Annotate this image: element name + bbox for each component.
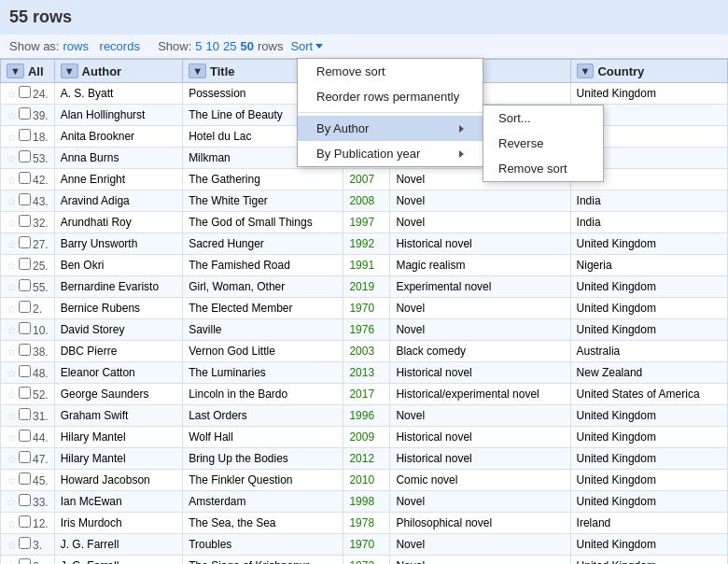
row-checkbox[interactable] — [19, 408, 31, 420]
row-checkbox[interactable] — [19, 193, 31, 205]
star-icon[interactable]: ☆ — [7, 453, 17, 466]
star-icon[interactable]: ☆ — [7, 260, 17, 273]
star-icon[interactable]: ☆ — [7, 217, 17, 230]
all-filter-btn[interactable]: ▼ — [7, 63, 24, 78]
row-checkbox[interactable] — [19, 86, 31, 98]
table-row: ☆52.George SaundersLincoln in the Bardo2… — [1, 384, 728, 405]
star-icon[interactable]: ☆ — [7, 238, 17, 251]
star-icon[interactable]: ☆ — [7, 281, 17, 294]
row-checkbox[interactable] — [19, 451, 31, 463]
table-row: ☆38.DBC PierreVernon God Little2003Black… — [1, 341, 728, 362]
cell-title: The Sea, the Sea — [183, 513, 343, 534]
row-checkbox[interactable] — [19, 215, 31, 227]
star-icon[interactable]: ☆ — [7, 496, 17, 509]
row-checkbox[interactable] — [19, 172, 31, 184]
cell-year: 1976 — [343, 319, 390, 341]
star-icon[interactable]: ☆ — [7, 174, 17, 187]
year-link[interactable]: 1996 — [349, 409, 374, 422]
year-link[interactable]: 2008 — [349, 194, 374, 207]
per-page-50[interactable]: 50 — [240, 39, 253, 53]
year-link[interactable]: 2019 — [349, 280, 374, 293]
year-link[interactable]: 1970 — [349, 302, 374, 315]
remove-sort-item[interactable]: Remove sort — [298, 59, 483, 84]
star-icon[interactable]: ☆ — [7, 195, 17, 208]
year-link[interactable]: 1973 — [349, 559, 374, 564]
row-checkbox[interactable] — [19, 107, 31, 120]
star-icon[interactable]: ☆ — [7, 367, 17, 380]
cell-genre: Novel — [390, 405, 570, 427]
year-link[interactable]: 2017 — [349, 388, 374, 401]
table-row: ☆48.Eleanor CattonThe Luminaries2013Hist… — [1, 362, 728, 384]
year-link[interactable]: 1991 — [349, 259, 374, 272]
year-link[interactable]: 1992 — [349, 237, 374, 250]
submenu-sort-item[interactable]: Sort... — [483, 106, 603, 131]
row-checkbox[interactable] — [19, 387, 31, 399]
star-icon[interactable]: ☆ — [7, 152, 17, 165]
records-view-link[interactable]: records — [100, 39, 140, 53]
star-icon[interactable]: ☆ — [7, 410, 17, 423]
star-icon[interactable]: ☆ — [7, 324, 17, 337]
star-icon[interactable]: ☆ — [7, 539, 17, 552]
row-checkbox[interactable] — [19, 301, 31, 313]
row-checkbox[interactable] — [19, 558, 31, 564]
cell-id: ☆25. — [1, 255, 55, 276]
cell-year: 1992 — [343, 233, 390, 255]
star-icon[interactable]: ☆ — [7, 431, 17, 444]
per-page-5[interactable]: 5 — [195, 39, 202, 53]
country-filter-btn[interactable]: ▼ — [577, 63, 595, 78]
star-icon[interactable]: ☆ — [7, 88, 17, 101]
per-page-25[interactable]: 25 — [223, 39, 236, 53]
year-link[interactable]: 1976 — [349, 323, 374, 336]
star-icon[interactable]: ☆ — [7, 131, 17, 144]
year-link[interactable]: 2012 — [349, 452, 374, 465]
title-filter-btn[interactable]: ▼ — [189, 63, 206, 78]
row-checkbox[interactable] — [19, 236, 31, 248]
star-icon[interactable]: ☆ — [7, 517, 17, 530]
year-link[interactable]: 2010 — [349, 473, 374, 486]
row-checkbox[interactable] — [19, 344, 31, 356]
star-icon[interactable]: ☆ — [7, 345, 17, 359]
row-checkbox[interactable] — [19, 322, 31, 334]
star-icon[interactable]: ☆ — [7, 109, 17, 122]
reorder-rows-item[interactable]: Reorder rows permanently — [298, 84, 483, 109]
cell-year: 2019 — [343, 276, 390, 298]
year-link[interactable]: 2003 — [349, 345, 374, 358]
col-all-label: All — [28, 64, 44, 78]
row-checkbox[interactable] — [19, 365, 31, 377]
rows-view-link[interactable]: rows — [63, 39, 88, 53]
row-checkbox[interactable] — [19, 258, 31, 270]
cell-id: ☆27. — [1, 233, 55, 255]
row-checkbox[interactable] — [19, 150, 31, 162]
per-page-10[interactable]: 10 — [206, 39, 219, 53]
by-author-item[interactable]: By Author — [298, 116, 483, 141]
row-checkbox[interactable] — [19, 129, 31, 141]
star-icon[interactable]: ☆ — [7, 474, 17, 487]
year-link[interactable]: 1998 — [349, 495, 374, 508]
sort-dropdown: Remove sort Reorder rows permanently By … — [297, 58, 483, 167]
year-link[interactable]: 1978 — [349, 516, 374, 529]
star-icon[interactable]: ☆ — [7, 560, 17, 564]
cell-year: 2012 — [343, 448, 390, 470]
cell-genre: Historical novel — [390, 448, 570, 470]
row-checkbox[interactable] — [19, 494, 31, 506]
row-checkbox[interactable] — [19, 537, 31, 549]
year-link[interactable]: 1997 — [349, 216, 374, 229]
row-checkbox[interactable] — [19, 430, 31, 442]
row-checkbox[interactable] — [19, 515, 31, 528]
sort-button[interactable]: Sort — [290, 39, 323, 53]
row-checkbox[interactable] — [19, 279, 31, 291]
star-icon[interactable]: ☆ — [7, 303, 17, 316]
year-link[interactable]: 2007 — [349, 173, 374, 186]
star-icon[interactable]: ☆ — [7, 388, 17, 402]
submenu-reverse-item[interactable]: Reverse — [483, 131, 603, 156]
row-checkbox[interactable] — [19, 472, 31, 485]
year-link[interactable]: 1970 — [349, 538, 374, 551]
cell-country: United Kingdom — [570, 405, 727, 427]
by-pub-year-item[interactable]: By Publication year — [298, 141, 483, 166]
table-row: ☆33.Ian McEwanAmsterdam1998NovelUnited K… — [1, 491, 728, 513]
cell-id: ☆6. — [1, 556, 55, 565]
year-link[interactable]: 2013 — [349, 366, 374, 379]
year-link[interactable]: 2009 — [349, 430, 374, 444]
submenu-remove-sort-item[interactable]: Remove sort — [483, 156, 603, 181]
author-filter-btn[interactable]: ▼ — [61, 63, 78, 78]
